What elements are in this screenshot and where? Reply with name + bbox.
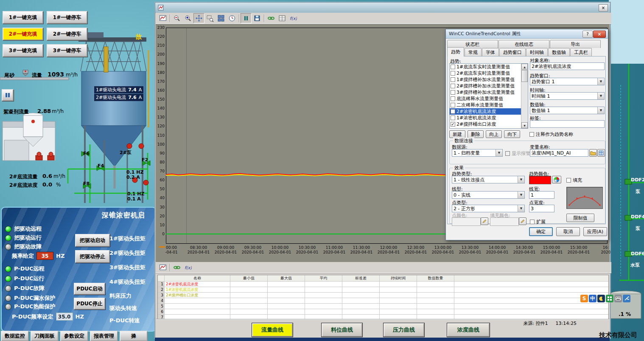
trend-color-swatch[interactable]	[529, 176, 551, 184]
formula-icon[interactable]: f(x)	[182, 262, 193, 273]
setpoint-value[interactable]: 35	[36, 252, 53, 260]
setpoint-value[interactable]: 35.0	[56, 313, 73, 321]
scroll-down-icon[interactable]: ▼	[521, 122, 528, 128]
ime-grid-icon[interactable]	[606, 295, 613, 302]
chevron-down-icon[interactable]: ▼	[518, 176, 524, 183]
scroll-thumb[interactable]	[521, 70, 528, 82]
trend-list-item[interactable]: 二次稀释水流量测量值	[450, 102, 528, 108]
trend-list-item[interactable]: 1#浓密机底流浓度	[450, 115, 528, 121]
trend-list[interactable]: 1#底流泵实时流量测量值2#底流泵实时流量测量值1#搅拌槽补加水流量测量值2#搅…	[449, 63, 528, 129]
trend-props-icon[interactable]	[157, 262, 168, 273]
trend-checkbox[interactable]	[451, 96, 455, 101]
chevron-down-icon[interactable]: ▼	[518, 192, 524, 198]
cancel-button[interactable]: 取消	[556, 227, 580, 236]
extend-checkbox[interactable]	[530, 220, 535, 224]
trend-checkbox[interactable]	[451, 65, 455, 69]
list-button-删除[interactable]: 删除	[468, 130, 484, 138]
curve-button-压力曲线[interactable]: 压力曲线	[384, 323, 424, 337]
nav-button-3[interactable]: 参数设定	[60, 331, 88, 341]
trend-checkbox[interactable]	[451, 90, 455, 95]
tab-字体[interactable]: 字体	[482, 48, 499, 56]
ime-keyboard-icon[interactable]	[614, 295, 622, 302]
tag-field[interactable]	[530, 120, 605, 128]
nav-button-1[interactable]: 数据监控	[1, 331, 29, 341]
tab-趋势[interactable]: 趋势	[447, 47, 464, 56]
fill-button-5[interactable]: 3#一键充填	[3, 44, 43, 57]
trend-type-select[interactable]: 1 - 线性连接点 ▼	[452, 176, 525, 183]
trend-checkbox[interactable]: ✓	[451, 109, 455, 114]
pause-icon[interactable]	[241, 13, 252, 23]
zoom-out-icon[interactable]	[171, 13, 182, 23]
list-scrollbar[interactable]: ▲▼	[521, 64, 528, 128]
table-row[interactable]: 21#浓密机底流浓度	[158, 287, 608, 293]
export-icon[interactable]	[252, 13, 263, 23]
trend-checkbox[interactable]	[451, 103, 455, 107]
trend-checkbox[interactable]	[451, 116, 455, 120]
trend-list-item[interactable]: 3#搅拌槽补加水流量测量值	[450, 89, 528, 96]
extend-checkbox-row[interactable]: 扩展	[530, 219, 546, 225]
ok-button[interactable]: 确定	[529, 227, 553, 236]
tab-在线组态[interactable]: 在线组态	[498, 40, 549, 48]
table-row[interactable]: 5	[158, 304, 608, 309]
line-type-select[interactable]: 0 - 实线 ▼	[452, 191, 525, 199]
tab-数值轴[interactable]: 数值轴	[548, 48, 570, 56]
ime-wrench-icon[interactable]	[623, 295, 630, 302]
nav-button-4[interactable]: 报表管理	[90, 331, 118, 341]
grid-icon[interactable]	[216, 13, 227, 23]
scroll-up-icon[interactable]: ▲	[521, 64, 528, 70]
point-color-pencil-button[interactable]	[481, 217, 488, 225]
table-row[interactable]: 4	[158, 298, 608, 304]
datasource-select[interactable]: 1 - 归档变量 ▼	[452, 149, 503, 157]
trend-list-item[interactable]: 1#搅拌槽补加水流量测量值	[450, 76, 528, 83]
table-row[interactable]: 32#搅拌桶出口浓度	[158, 293, 608, 298]
trend-window-select[interactable]: 趋势窗口 1 ▼	[530, 78, 605, 85]
chevron-down-icon[interactable]: ▼	[496, 149, 502, 156]
zoom-area-icon[interactable]	[204, 13, 216, 23]
fill-button-2[interactable]: 1#一键停车	[47, 11, 87, 24]
zoom-in-icon[interactable]	[182, 13, 193, 23]
trend-checkbox[interactable]	[451, 77, 455, 82]
curve-button-浓度曲线[interactable]: 浓度曲线	[447, 323, 490, 337]
table-row[interactable]: 12#浓密机底流浓度	[158, 282, 608, 287]
object-name-field[interactable]: 2#浓密机底流浓度	[530, 62, 605, 70]
tab-趋势窗口[interactable]: 趋势窗口	[499, 48, 526, 56]
list-button-向上[interactable]: 向上	[486, 130, 502, 138]
pan-icon[interactable]	[193, 13, 204, 23]
tab-导出[interactable]: 导出	[550, 40, 601, 48]
stats-icon[interactable]	[277, 13, 288, 23]
clock-icon[interactable]	[227, 13, 238, 23]
trend-list-item[interactable]: ✓2#浓密机底流浓度	[450, 108, 528, 115]
show-alarm-checkbox[interactable]	[505, 151, 510, 156]
trend-list-item[interactable]: 2#底流泵实时流量测量值	[450, 70, 528, 76]
formula-icon[interactable]: f(x)	[288, 13, 299, 23]
nav-button-5[interactable]: 操	[120, 331, 148, 341]
tab-时间轴[interactable]: 时间轴	[526, 48, 548, 56]
fill-button-1[interactable]: 1#一键充填	[3, 11, 43, 24]
trend-checkbox[interactable]: ✓	[451, 122, 455, 127]
trend-list-item[interactable]: 底流稀释水流量测量值	[450, 96, 528, 102]
point-type-select[interactable]: 2 - 正方形 ▼	[452, 205, 525, 212]
table-row[interactable]: 6	[158, 309, 608, 315]
chevron-down-icon[interactable]: ▼	[597, 78, 604, 85]
fill-checkbox-row[interactable]: 填充	[566, 177, 582, 183]
link-icon[interactable]	[171, 262, 182, 273]
fill-button-6[interactable]: 3#一键停车	[47, 44, 87, 57]
tab-常规[interactable]: 常规	[465, 48, 482, 56]
trend-props-icon[interactable]	[157, 13, 168, 23]
close-icon[interactable]: ×	[593, 31, 606, 38]
browse-tag-button[interactable]	[589, 149, 597, 157]
ime-logo[interactable]: S	[580, 295, 588, 302]
chevron-down-icon[interactable]: ▼	[518, 205, 524, 212]
fill-button-3[interactable]: 2#一键充填	[3, 28, 43, 40]
color-picker-button[interactable]	[552, 176, 561, 183]
curve-button-料位曲线[interactable]: 料位曲线	[322, 323, 362, 337]
chevron-down-icon[interactable]: ▼	[597, 107, 604, 114]
trend-checkbox[interactable]	[451, 71, 455, 76]
time-axis-select[interactable]: 时间轴 1 ▼	[530, 92, 605, 100]
tag-info-button[interactable]	[597, 149, 605, 157]
tab-工具栏[interactable]: 工具栏	[570, 48, 592, 56]
apply-button[interactable]: 应用(A)	[583, 227, 607, 236]
line-width-field[interactable]: 1	[529, 191, 554, 199]
trend-list-item[interactable]: 2#搅拌槽补加水流量测量值	[450, 83, 528, 89]
trend-list-item[interactable]: ✓2#搅拌桶出口浓度	[450, 121, 528, 127]
